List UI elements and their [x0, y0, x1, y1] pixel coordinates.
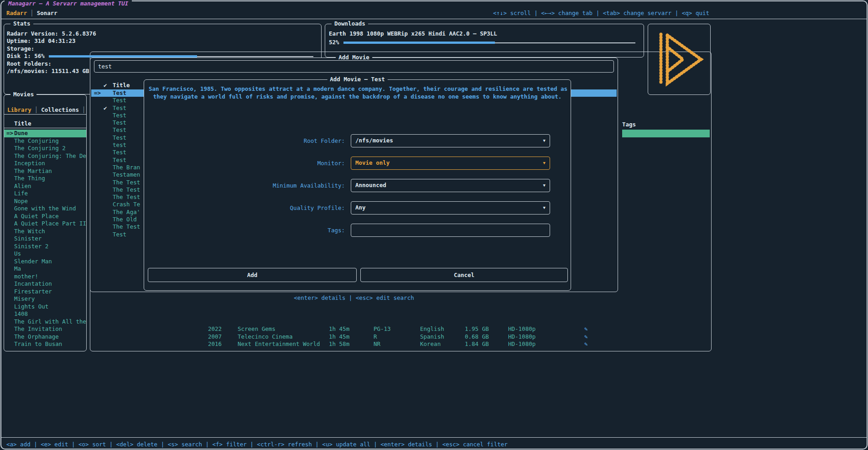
tab-collections[interactable]: Collections [41, 106, 79, 113]
movie-list-item[interactable]: => A Quiet Place [4, 213, 86, 220]
disk-usage-label: Disk 1: 56% [7, 52, 45, 59]
field-value: Movie only [355, 159, 390, 166]
movie-title: The Thing [14, 175, 45, 182]
result-title: The Test [113, 179, 140, 186]
table-cell-studio: Next Entertainment World [238, 340, 320, 347]
movie-list-item[interactable]: => Life [4, 190, 86, 198]
cancel-button[interactable]: Cancel [360, 268, 568, 282]
movie-title: Nope [14, 198, 28, 204]
result-title: The Test [113, 194, 140, 200]
movie-list-item[interactable]: => The Martian [4, 167, 86, 175]
tags-input[interactable] [355, 224, 546, 236]
table-cell-size: 0.68 GB [465, 333, 489, 340]
disk-progress-track [197, 56, 313, 57]
field-quality-profile: Quality Profile: Any ▼ [144, 201, 571, 215]
add-movie-modal: Add Movie — Test San Francisco, 1985. Tw… [144, 79, 571, 291]
tab-library[interactable]: Library [7, 106, 31, 113]
edit-pencil-icon: ✎ [584, 325, 588, 332]
movie-list-item[interactable]: => Train to Busan [4, 340, 86, 348]
divider: │ [82, 106, 86, 113]
movie-list-item[interactable]: => A Quiet Place Part II [4, 220, 86, 228]
movie-title: Sinister [14, 235, 42, 242]
movie-list-item[interactable]: => Gone with the Wind [4, 205, 86, 213]
root-folder-size: /nfs/movies: 11511.43 GB [7, 68, 89, 74]
movie-list-item[interactable]: => The Witch [4, 228, 86, 235]
movie-list-item[interactable]: => 1408 [4, 310, 86, 318]
edit-pencil-icon: ✎ [584, 340, 588, 347]
movie-list-item[interactable]: => The Conjuring 2 [4, 145, 86, 152]
table-row[interactable]: 2022 Screen Gems 1h 45m PG-13 English 1.… [90, 325, 710, 333]
downloads-panel-title: Downloads [332, 20, 368, 27]
movie-title: The Orphanage [14, 333, 59, 340]
movie-list-item[interactable]: => Firestarter [4, 288, 86, 296]
movie-list-item[interactable]: => mother! [4, 273, 86, 281]
movies-panel: Movies Library│Collections│ Title => Dun… [4, 94, 87, 351]
movie-list-item[interactable]: => Alien [4, 183, 86, 190]
table-cell-size: 1.84 GB [465, 340, 489, 347]
movie-list-item[interactable]: => Ma [4, 265, 86, 273]
checkmark-icon: ✔ [104, 105, 107, 111]
table-row[interactable]: 2007 Telecinco Cinema 1h 45m R Spanish 0… [90, 333, 710, 341]
field-label: Quality Profile: [144, 204, 345, 211]
movie-list-item[interactable]: => The Conjuring: The De [4, 152, 86, 160]
movie-list-item[interactable]: => The Invitation [4, 325, 86, 333]
table-cell-year: 2022 [208, 325, 222, 332]
download-progress-bar [343, 41, 635, 44]
field-label: Tags: [144, 227, 345, 234]
field-value: /nfs/movies [355, 137, 393, 144]
movie-search-input[interactable] [94, 60, 614, 73]
movie-list-item[interactable]: => Misery [4, 295, 86, 303]
modal-title: Add Movie — Test [327, 76, 387, 83]
table-cell-size: 1.95 GB [465, 325, 489, 332]
downloads-panel: Downloads Earth 1998 1080p WEBRip x265 H… [325, 24, 644, 58]
movie-list-item[interactable]: => Incantation [4, 280, 86, 288]
movie-list-item[interactable]: => Dune [4, 130, 86, 137]
minimum-availability-select[interactable]: Announced ▼ [351, 179, 550, 192]
quality-profile-select[interactable]: Any ▼ [351, 201, 550, 215]
servarr-tabs: Radarr│Sonarr [6, 10, 57, 16]
movie-list-item[interactable]: => The Conjuring [4, 137, 86, 145]
chevron-down-icon: ▼ [543, 179, 546, 191]
table-cell-year: 2016 [208, 340, 222, 347]
tags-input-box [351, 224, 550, 237]
movie-title: Train to Busan [14, 340, 62, 347]
movie-list-item[interactable]: => Lights Out [4, 303, 86, 311]
edit-pencil-icon: ✎ [584, 333, 588, 340]
result-title: Crash Te [113, 201, 140, 208]
add-button[interactable]: Add [148, 268, 357, 282]
table-cell-language: Korean [420, 340, 441, 347]
tab-sonarr[interactable]: Sonarr [37, 10, 57, 16]
popup-keybindings: <enter> details | <esc> edit search [90, 294, 618, 301]
movie-list-item[interactable]: => The Thing [4, 175, 86, 183]
result-title: Test [113, 89, 126, 96]
table-cell-runtime: 1h 58m [329, 340, 349, 347]
field-value: Announced [355, 182, 386, 188]
movie-list-item[interactable]: => Inception [4, 160, 86, 167]
field-monitor: Monitor: Movie only ▼ [144, 157, 571, 170]
movie-list-item[interactable]: => Slender Man [4, 258, 86, 266]
table-cell-rating: NR [374, 340, 380, 347]
movie-list-item[interactable]: => Nope [4, 198, 86, 205]
field-tags: Tags: [144, 224, 571, 237]
result-title: The Test [113, 223, 140, 230]
movie-list-item[interactable]: => The Girl with All the [4, 318, 86, 326]
table-cell-year: 2007 [208, 333, 222, 340]
checkmark-icon: ✔ [104, 82, 107, 89]
movie-list-item[interactable]: => The Orphanage [4, 333, 86, 341]
monitor-select[interactable]: Movie only ▼ [351, 157, 550, 170]
field-label: Monitor: [144, 160, 345, 167]
divider [4, 128, 86, 128]
table-row[interactable]: 2016 Next Entertainment World 1h 58m NR … [90, 340, 710, 348]
movie-title: Ma [14, 265, 21, 272]
logo-panel [648, 24, 711, 95]
movie-list-item[interactable]: => Sinister 2 [4, 243, 86, 251]
table-cell-runtime: 1h 45m [329, 325, 349, 332]
tab-radarr[interactable]: Radarr [6, 10, 27, 16]
root-folder-select[interactable]: /nfs/movies ▼ [351, 134, 550, 147]
result-title: Test [113, 126, 126, 133]
result-title: Test [113, 157, 126, 163]
movie-list-item[interactable]: => Us [4, 250, 86, 258]
movie-title: The Witch [14, 228, 45, 235]
movie-title: A Quiet Place [14, 213, 59, 220]
movie-list-item[interactable]: => Sinister [4, 235, 86, 243]
